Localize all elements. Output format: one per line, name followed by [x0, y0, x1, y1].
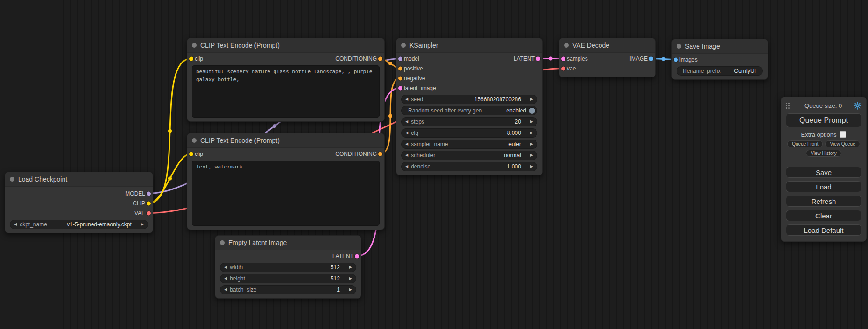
increment-arrow-icon[interactable]: ▶: [530, 154, 533, 157]
widget-value: 8.000: [507, 130, 528, 136]
prompt-textarea[interactable]: beautiful scenery nature glass bottle la…: [192, 65, 380, 118]
decrement-arrow-icon[interactable]: ◀: [405, 131, 408, 135]
input-port-clip[interactable]: [189, 152, 193, 156]
widget-sampler-name[interactable]: ◀ sampler_name euler ▶: [401, 140, 537, 149]
decrement-arrow-icon[interactable]: ◀: [405, 154, 408, 157]
increment-arrow-icon[interactable]: ▶: [349, 288, 352, 292]
input-port-images[interactable]: [674, 57, 678, 62]
port-row: latent_image: [396, 83, 542, 93]
node-title: CLIP Text Encode (Prompt): [200, 137, 280, 144]
widget-steps[interactable]: ◀ steps 20 ▶: [401, 117, 537, 126]
node-title-bar[interactable]: Empty Latent Image: [215, 236, 361, 250]
clear-button[interactable]: Clear: [786, 210, 861, 221]
prompt-textarea[interactable]: text, watermark: [192, 161, 380, 226]
decrement-arrow-icon[interactable]: ◀: [224, 288, 227, 292]
input-port-vae[interactable]: [561, 66, 565, 70]
port-label: LATENT: [332, 253, 353, 259]
node-clip-text-encode-positive[interactable]: CLIP Text Encode (Prompt) clip CONDITION…: [187, 38, 385, 122]
view-queue-button[interactable]: View Queue: [825, 140, 860, 147]
output-port-vae[interactable]: [147, 211, 151, 215]
widget-value: 512: [331, 264, 346, 271]
output-port-conditioning[interactable]: [378, 152, 382, 156]
load-button[interactable]: Load: [786, 181, 861, 192]
widget-height[interactable]: ◀ height 512 ▶: [220, 274, 356, 283]
collapse-dot-icon[interactable]: [401, 43, 406, 48]
increment-arrow-icon[interactable]: ▶: [349, 266, 352, 269]
port-label: IMAGE: [629, 56, 648, 62]
input-port-negative[interactable]: [398, 76, 402, 80]
refresh-button[interactable]: Refresh: [786, 196, 861, 207]
widget-scheduler[interactable]: ◀ scheduler normal ▶: [401, 151, 537, 160]
decrement-arrow-icon[interactable]: ◀: [224, 277, 227, 280]
increment-arrow-icon[interactable]: ▶: [530, 142, 533, 146]
node-title-bar[interactable]: Save Image: [672, 39, 768, 54]
settings-gear-icon[interactable]: [853, 101, 861, 110]
view-history-button[interactable]: View History: [806, 150, 841, 157]
collapse-dot-icon[interactable]: [10, 177, 14, 182]
decrement-arrow-icon[interactable]: ◀: [224, 266, 227, 269]
input-port-clip[interactable]: [189, 56, 193, 61]
decrement-arrow-icon[interactable]: ◀: [405, 142, 408, 146]
toggle-knob-icon[interactable]: [529, 108, 535, 114]
widget-label: cfg: [411, 130, 418, 136]
widget-seed[interactable]: ◀ seed 156680208700286 ▶: [401, 95, 537, 104]
node-graph-canvas[interactable]: Load Checkpoint MODEL CLIP VAE ◀ ckpt_na…: [0, 0, 868, 329]
collapse-dot-icon[interactable]: [677, 44, 681, 49]
queue-prompt-button[interactable]: Queue Prompt: [786, 113, 861, 127]
widget-random-seed-toggle[interactable]: Random seed after every gen enabled: [401, 106, 537, 115]
widget-value: 1.000: [507, 163, 528, 170]
widget-cfg[interactable]: ◀ cfg 8.000 ▶: [401, 128, 537, 138]
queue-front-button[interactable]: Queue Front: [787, 140, 823, 147]
output-port-conditioning[interactable]: [378, 56, 382, 61]
widget-width[interactable]: ◀ width 512 ▶: [220, 263, 356, 272]
increment-arrow-icon[interactable]: ▶: [530, 120, 533, 124]
output-port-model[interactable]: [147, 191, 151, 196]
port-label: CLIP: [133, 200, 145, 207]
widget-batch-size[interactable]: ◀ batch_size 1 ▶: [220, 285, 356, 294]
save-button[interactable]: Save: [786, 167, 861, 178]
widget-label: seed: [411, 96, 423, 103]
node-title: Empty Latent Image: [228, 239, 287, 246]
node-title-bar[interactable]: KSampler: [396, 38, 542, 53]
input-port-positive[interactable]: [398, 66, 402, 70]
collapse-dot-icon[interactable]: [192, 138, 197, 143]
decrement-arrow-icon[interactable]: ◀: [405, 165, 408, 168]
widget-filename-prefix[interactable]: filename_prefix ComfyUI: [677, 66, 763, 76]
collapse-dot-icon[interactable]: [220, 240, 225, 245]
drag-handle-icon[interactable]: [786, 103, 790, 109]
increment-arrow-icon[interactable]: ▶: [530, 98, 533, 101]
port-row: clip CONDITIONING: [187, 149, 384, 159]
collapse-dot-icon[interactable]: [192, 43, 197, 48]
output-port-latent[interactable]: [355, 254, 359, 258]
input-port-samples[interactable]: [561, 56, 565, 61]
increment-arrow-icon[interactable]: ▶: [530, 131, 533, 135]
output-port-latent[interactable]: [536, 56, 540, 61]
input-port-latent-image[interactable]: [398, 86, 402, 90]
node-clip-text-encode-negative[interactable]: CLIP Text Encode (Prompt) clip CONDITION…: [187, 133, 385, 230]
extra-options-checkbox[interactable]: [840, 131, 846, 138]
node-save-image[interactable]: Save Image images filename_prefix ComfyU…: [671, 39, 768, 80]
node-vae-decode[interactable]: VAE Decode samples IMAGE vae: [559, 38, 656, 77]
node-title-bar[interactable]: VAE Decode: [559, 38, 655, 53]
increment-arrow-icon[interactable]: ▶: [141, 223, 144, 226]
port-label: positive: [404, 65, 423, 72]
node-title-bar[interactable]: CLIP Text Encode (Prompt): [187, 38, 384, 53]
decrement-arrow-icon[interactable]: ◀: [14, 223, 17, 226]
output-port-clip[interactable]: [147, 201, 151, 205]
decrement-arrow-icon[interactable]: ◀: [405, 98, 408, 101]
load-default-button[interactable]: Load Default: [786, 224, 861, 236]
node-empty-latent-image[interactable]: Empty Latent Image LATENT ◀ width 512 ▶ …: [215, 235, 361, 299]
decrement-arrow-icon[interactable]: ◀: [405, 120, 408, 124]
output-port-image[interactable]: [649, 56, 653, 61]
input-port-model[interactable]: [398, 56, 402, 61]
node-title-bar[interactable]: CLIP Text Encode (Prompt): [187, 133, 384, 148]
node-load-checkpoint[interactable]: Load Checkpoint MODEL CLIP VAE ◀ ckpt_na…: [5, 172, 153, 233]
node-title-bar[interactable]: Load Checkpoint: [5, 172, 153, 187]
increment-arrow-icon[interactable]: ▶: [530, 165, 533, 168]
widget-ckpt-name[interactable]: ◀ ckpt_name v1-5-pruned-emaonly.ckpt ▶: [10, 220, 148, 229]
widget-denoise[interactable]: ◀ denoise 1.000 ▶: [401, 162, 537, 171]
widget-value: ComfyUI: [734, 68, 759, 74]
collapse-dot-icon[interactable]: [564, 43, 569, 48]
increment-arrow-icon[interactable]: ▶: [349, 277, 352, 280]
node-ksampler[interactable]: KSampler model LATENT positive negative …: [396, 38, 543, 175]
